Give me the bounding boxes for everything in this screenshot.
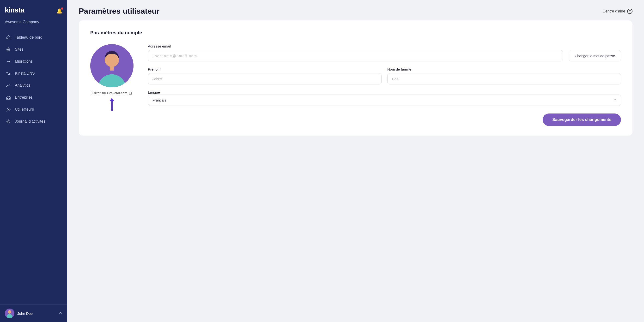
email-label: Adresse email [148, 44, 563, 48]
change-password-button[interactable]: Changer le mot de passe [568, 50, 621, 61]
sidebar: kinsta 🔔 Awesome Company Tableau de bord [0, 0, 67, 322]
sidebar-footer: John Doe [0, 305, 67, 322]
analytics-icon [6, 83, 11, 88]
sidebar-header: kinsta 🔔 [0, 0, 67, 20]
email-input[interactable] [148, 50, 563, 61]
notification-dot [61, 7, 63, 9]
svg-point-5 [8, 108, 9, 110]
last-name-group: Nom de famille [387, 67, 621, 84]
help-label: Centre d'aide [602, 9, 625, 13]
help-icon: ? [627, 9, 632, 14]
svg-rect-13 [110, 66, 114, 70]
external-link-icon [129, 91, 132, 95]
main-header: Paramètres utilisateur Centre d'aide ? [67, 0, 644, 20]
user-info[interactable]: John Doe [5, 309, 33, 318]
arrow-indicator [110, 98, 114, 111]
sidebar-label-sites: Sites [15, 47, 24, 52]
account-body: Éditer sur Gravatar.com [90, 44, 621, 126]
kinsta-logo: kinsta [5, 6, 34, 16]
email-row: Adresse email Changer le mot de passe [148, 44, 621, 61]
save-button[interactable]: Sauvegarder les changements [543, 113, 621, 126]
sidebar-label-migrations: Migrations [15, 59, 33, 64]
chevron-up-icon[interactable] [58, 311, 62, 316]
sidebar-label-tableau: Tableau de bord [15, 35, 42, 39]
first-name-label: Prénom [148, 67, 382, 71]
content-area: Paramètres du compte [67, 20, 644, 322]
save-row: Sauvegarder les changements [148, 113, 621, 126]
help-link[interactable]: Centre d'aide ? [602, 9, 632, 14]
user-name: John Doe [17, 312, 33, 316]
sidebar-item-journal[interactable]: Journal d'activités [0, 115, 67, 127]
language-label: Langue [148, 90, 160, 94]
journal-icon [6, 119, 11, 124]
avatar-section: Éditer sur Gravatar.com [90, 44, 134, 111]
notification-bell[interactable]: 🔔 [56, 8, 62, 14]
sidebar-item-tableau[interactable]: Tableau de bord [0, 31, 67, 43]
svg-rect-3 [7, 98, 8, 99]
sidebar-label-dns: Kinsta DNS [15, 71, 35, 76]
entreprise-icon [6, 95, 11, 100]
name-row: Prénom Nom de famille [148, 67, 621, 84]
migrations-icon [6, 59, 11, 64]
sidebar-item-entreprise[interactable]: Entreprise [0, 91, 67, 103]
sidebar-label-analytics: Analytics [15, 83, 30, 88]
dns-icon [6, 71, 11, 76]
last-name-label: Nom de famille [387, 67, 621, 71]
utilisateurs-icon [6, 107, 11, 112]
settings-card: Paramètres du compte [79, 20, 632, 136]
gravatar-link[interactable]: Éditer sur Gravatar.com [92, 91, 132, 95]
svg-point-9 [8, 310, 11, 314]
svg-text:kinsta: kinsta [5, 6, 24, 14]
language-select-wrapper: Français English Español Deutsch [148, 94, 621, 106]
language-row: Langue Français English Español Deutsch [148, 90, 621, 106]
language-select[interactable]: Français English Español Deutsch [148, 94, 621, 106]
sites-icon [6, 47, 11, 52]
sidebar-label-utilisateurs: Utilisateurs [15, 107, 34, 112]
svg-rect-2 [6, 97, 10, 99]
last-name-input[interactable] [387, 73, 621, 84]
sidebar-item-utilisateurs[interactable]: Utilisateurs [0, 103, 67, 115]
svg-point-6 [7, 120, 10, 123]
profile-avatar [90, 44, 134, 87]
sidebar-nav: Tableau de bord Sites Migrations [0, 29, 67, 305]
company-name: Awesome Company [0, 20, 67, 29]
sidebar-label-entreprise: Entreprise [15, 95, 32, 100]
sidebar-item-migrations[interactable]: Migrations [0, 55, 67, 67]
sidebar-item-sites[interactable]: Sites [0, 43, 67, 55]
sidebar-label-journal: Journal d'activités [15, 119, 46, 124]
home-icon [6, 35, 11, 40]
first-name-input[interactable] [148, 73, 382, 84]
sidebar-item-dns[interactable]: Kinsta DNS [0, 67, 67, 79]
main-content: Paramètres utilisateur Centre d'aide ? P… [67, 0, 644, 322]
card-title: Paramètres du compte [90, 30, 621, 35]
email-group: Adresse email [148, 44, 563, 61]
svg-point-7 [8, 121, 9, 122]
gravatar-label: Éditer sur Gravatar.com [92, 91, 127, 95]
first-name-group: Prénom [148, 67, 382, 84]
sidebar-item-analytics[interactable]: Analytics [0, 79, 67, 91]
page-title: Paramètres utilisateur [79, 7, 160, 15]
svg-rect-4 [9, 98, 10, 99]
form-area: Adresse email Changer le mot de passe Pr… [148, 44, 621, 126]
user-avatar [5, 309, 14, 318]
